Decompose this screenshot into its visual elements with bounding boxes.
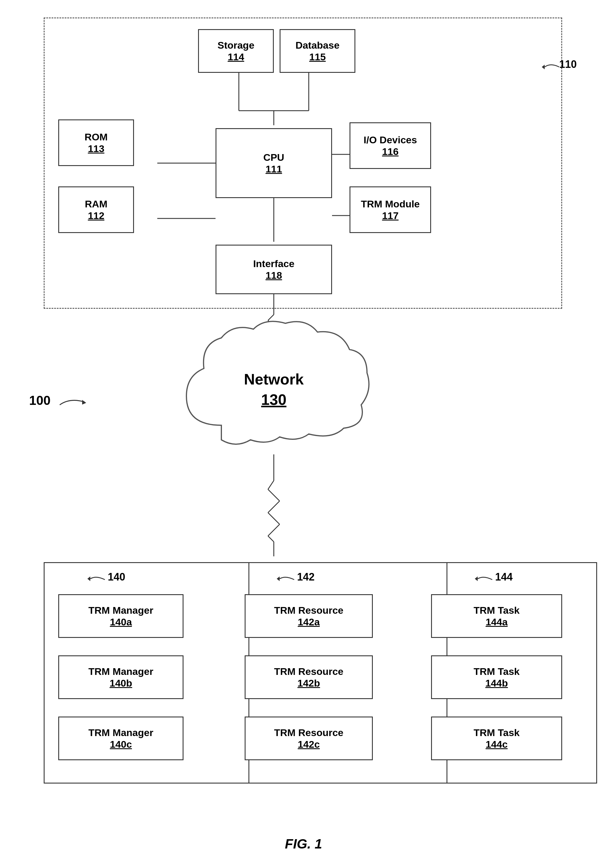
diagram-ref-arrow: [58, 395, 87, 409]
storage-box: Storage 114: [198, 29, 274, 73]
trm-manager-a-box: TRM Manager 140a: [58, 594, 183, 638]
trm-manager-b-box: TRM Manager 140b: [58, 656, 183, 699]
svg-marker-47: [277, 577, 280, 581]
group140-arrow: [87, 572, 111, 584]
svg-marker-46: [87, 577, 90, 581]
svg-line-19: [268, 489, 280, 501]
svg-line-20: [268, 501, 280, 513]
svg-line-22: [268, 524, 280, 536]
trm-task-c-box: TRM Task 144c: [431, 716, 562, 760]
trm-manager-c-box: TRM Manager 140c: [58, 716, 183, 760]
trm-module-box: TRM Module 117: [350, 186, 431, 233]
database-box: Database 115: [280, 29, 355, 73]
svg-line-21: [268, 513, 280, 524]
svg-line-23: [268, 536, 274, 542]
trm-task-b-box: TRM Task 144b: [431, 656, 562, 699]
svg-marker-49: [82, 400, 86, 405]
interface-box: Interface 118: [215, 245, 332, 294]
trm-task-a-box: TRM Task 144a: [431, 594, 562, 638]
network-cloud: Network 130: [163, 315, 384, 454]
system-ref-arrow: [542, 61, 565, 73]
svg-marker-43: [542, 65, 545, 69]
svg-marker-48: [475, 577, 478, 581]
diagram-ref-label: 100: [29, 393, 50, 408]
svg-text:130: 130: [261, 391, 286, 408]
diagram: 110 Storage 114 Database 115 ROM 113 RAM…: [0, 0, 607, 845]
trm-resource-b-box: TRM Resource 142b: [245, 656, 373, 699]
svg-line-18: [268, 480, 274, 489]
ram-box: RAM 112: [58, 186, 134, 233]
io-devices-box: I/O Devices 116: [350, 122, 431, 169]
trm-resource-a-box: TRM Resource 142a: [245, 594, 373, 638]
group144-arrow: [475, 572, 498, 584]
svg-text:Network: Network: [244, 371, 304, 388]
cpu-box: CPU 111: [215, 128, 332, 198]
trm-resource-c-box: TRM Resource 142c: [245, 716, 373, 760]
rom-box: ROM 113: [58, 119, 134, 166]
group142-arrow: [277, 572, 300, 584]
